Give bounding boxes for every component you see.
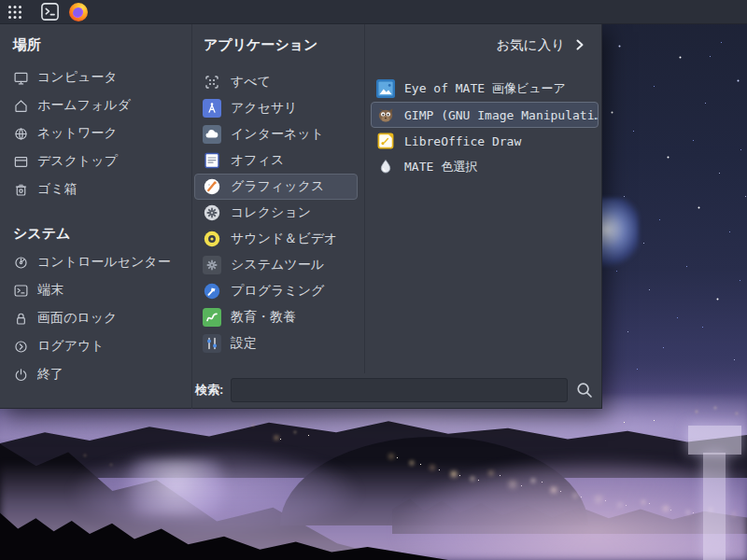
category-collection[interactable]: コレクション bbox=[194, 200, 358, 226]
shutdown-icon bbox=[13, 367, 29, 383]
app-libreoffice-draw[interactable]: LibreOffice Draw bbox=[371, 128, 599, 154]
computer-icon bbox=[13, 70, 29, 86]
system-item-control-center[interactable]: コントロールセンター bbox=[13, 248, 191, 276]
category-label: 教育・教養 bbox=[231, 309, 296, 326]
app-list: Eye of MATE 画像ビューア GIMP (GNU Image Manip… bbox=[365, 76, 602, 180]
gimp-icon bbox=[376, 105, 395, 124]
places-item-home[interactable]: ホームフォルダ bbox=[13, 91, 191, 119]
favorites-button[interactable]: お気に入り bbox=[365, 32, 585, 58]
brisk-menu: 場所 コンピュータ ホームフォルダ ネットワーク bbox=[0, 24, 602, 409]
network-icon bbox=[13, 126, 29, 142]
category-accessories[interactable]: アクセサリ bbox=[194, 95, 358, 121]
category-education[interactable]: 教育・教養 bbox=[194, 304, 358, 330]
letter-t-stem bbox=[703, 453, 726, 560]
system-header: システム bbox=[13, 220, 191, 246]
favorites-label: お気に入り bbox=[496, 36, 565, 54]
category-label: アクセサリ bbox=[231, 100, 298, 117]
category-label: プログラミング bbox=[231, 283, 324, 300]
apps-column: お気に入り Eye of MATE 画像ビューア bbox=[365, 24, 602, 180]
system-item-label: 画面のロック bbox=[37, 310, 117, 327]
category-label: グラフィックス bbox=[231, 178, 324, 195]
system-item-label: 端末 bbox=[37, 282, 63, 299]
menu-button[interactable] bbox=[4, 1, 26, 23]
category-label: コレクション bbox=[231, 204, 311, 221]
accessories-icon bbox=[203, 99, 221, 118]
places-item-label: ゴミ箱 bbox=[37, 181, 78, 198]
places-header: 場所 bbox=[13, 32, 191, 58]
category-label: すべて bbox=[231, 74, 271, 91]
color-select-icon bbox=[376, 158, 395, 176]
category-office[interactable]: オフィス bbox=[194, 147, 358, 174]
apps-grid-icon bbox=[7, 4, 23, 21]
category-label: サウンド＆ビデオ bbox=[231, 231, 337, 247]
applications-header: アプリケーション bbox=[204, 32, 364, 58]
wallpaper-letter-t: T bbox=[688, 426, 741, 560]
category-internet[interactable]: インターネット bbox=[194, 121, 358, 147]
app-gimp[interactable]: GIMP (GNU Image Manipulati… bbox=[371, 102, 599, 128]
places-item-computer[interactable]: コンピュータ bbox=[13, 63, 191, 91]
category-label: オフィス bbox=[231, 152, 284, 169]
search-input[interactable] bbox=[231, 378, 568, 402]
app-label: MATE 色選択 bbox=[404, 159, 477, 175]
chevron-right-icon bbox=[574, 38, 585, 51]
wallpaper-fog-pink bbox=[317, 420, 747, 560]
places-item-desktop[interactable]: デスクトップ bbox=[13, 147, 191, 175]
top-panel bbox=[0, 0, 747, 24]
home-icon bbox=[13, 98, 29, 114]
category-settings[interactable]: 設定 bbox=[194, 330, 358, 357]
libreoffice-draw-icon bbox=[376, 132, 395, 150]
app-eye-of-mate[interactable]: Eye of MATE 画像ビューア bbox=[371, 76, 599, 102]
all-apps-icon bbox=[203, 73, 221, 91]
category-system-tools[interactable]: システムツール bbox=[194, 252, 358, 278]
collection-icon bbox=[203, 203, 221, 222]
control-center-icon bbox=[13, 255, 29, 271]
categories-column: アプリケーション すべて アクセサリ bbox=[192, 24, 364, 409]
office-icon bbox=[203, 151, 221, 170]
logout-icon bbox=[13, 339, 29, 355]
graphics-icon bbox=[203, 177, 221, 196]
category-label: インターネット bbox=[231, 126, 324, 143]
category-label: システムツール bbox=[231, 257, 324, 273]
desktop-icon bbox=[13, 154, 29, 170]
search-label: 検索: bbox=[195, 382, 223, 399]
terminal-launcher[interactable] bbox=[38, 1, 61, 23]
eye-of-mate-icon bbox=[376, 79, 395, 98]
category-programming[interactable]: プログラミング bbox=[194, 278, 358, 304]
system-item-terminal[interactable]: 端末 bbox=[13, 276, 191, 304]
places-item-label: コンピュータ bbox=[37, 69, 118, 86]
system-item-lock-screen[interactable]: 画面のロック bbox=[13, 304, 191, 332]
terminal-icon bbox=[13, 283, 29, 299]
search-icon bbox=[575, 381, 594, 399]
category-label: 設定 bbox=[231, 335, 257, 352]
places-item-label: デスクトップ bbox=[37, 153, 118, 170]
system-item-shutdown[interactable]: 終了 bbox=[13, 360, 191, 388]
firefox-icon bbox=[69, 3, 88, 21]
search-button[interactable] bbox=[568, 377, 601, 403]
places-item-label: ネットワーク bbox=[37, 125, 118, 142]
places-item-trash[interactable]: ゴミ箱 bbox=[13, 175, 191, 203]
trash-icon bbox=[13, 182, 29, 198]
system-item-label: ログアウト bbox=[37, 338, 105, 355]
letter-t-bar bbox=[688, 426, 741, 455]
sidebar: 場所 コンピュータ ホームフォルダ ネットワーク bbox=[0, 24, 191, 409]
sound-video-icon bbox=[203, 230, 221, 248]
firefox-launcher[interactable] bbox=[67, 1, 90, 23]
category-sound-video[interactable]: サウンド＆ビデオ bbox=[194, 226, 358, 252]
system-tools-icon bbox=[203, 256, 221, 274]
internet-icon bbox=[203, 125, 221, 144]
terminal-icon bbox=[40, 2, 60, 21]
category-graphics[interactable]: グラフィックス bbox=[194, 174, 358, 200]
category-all[interactable]: すべて bbox=[194, 69, 358, 95]
app-mate-color-select[interactable]: MATE 色選択 bbox=[371, 154, 599, 180]
places-item-network[interactable]: ネットワーク bbox=[13, 119, 191, 147]
app-label: Eye of MATE 画像ビューア bbox=[404, 80, 566, 97]
system-item-label: 終了 bbox=[37, 366, 63, 383]
app-label: GIMP (GNU Image Manipulati… bbox=[404, 108, 599, 122]
system-item-label: コントロールセンター bbox=[37, 254, 171, 271]
education-icon bbox=[203, 308, 221, 327]
settings-icon bbox=[203, 334, 221, 353]
system-item-logout[interactable]: ログアウト bbox=[13, 332, 191, 360]
desktop-screen: T 場所 bbox=[0, 0, 747, 560]
search-row: 検索: bbox=[192, 376, 601, 404]
programming-icon bbox=[203, 282, 221, 301]
